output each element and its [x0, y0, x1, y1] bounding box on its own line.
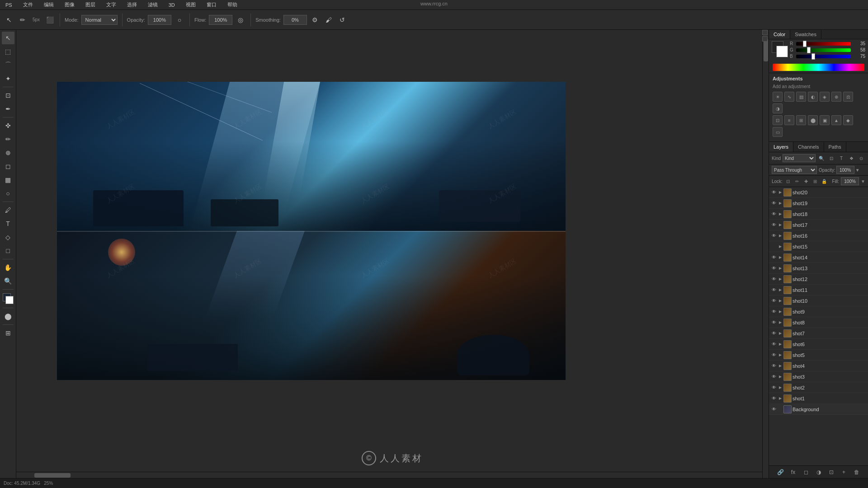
tool-brush-type[interactable]: ⬛: [44, 14, 55, 25]
new-layer-icon[interactable]: +: [840, 468, 849, 477]
menu-window[interactable]: 窗口: [205, 1, 218, 8]
menu-image[interactable]: 图像: [63, 1, 76, 8]
filter-toggle[interactable]: ⊙: [857, 154, 865, 162]
adj-bw[interactable]: ◑: [773, 103, 783, 113]
r-slider[interactable]: [796, 42, 851, 46]
layer-item[interactable]: 👁▶shot2: [769, 382, 868, 393]
layer-visibility-icon[interactable]: 👁: [771, 406, 777, 413]
brush-tool2[interactable]: 🖌: [323, 14, 334, 25]
kind-filter-select[interactable]: Kind: [783, 154, 816, 162]
opacity-field[interactable]: 100%: [836, 166, 854, 174]
layer-visibility-icon[interactable]: 👁: [771, 287, 777, 293]
layer-expand-icon[interactable]: ▶: [778, 330, 783, 337]
layer-item[interactable]: 👁▶shot5: [769, 350, 868, 361]
adj-threshold[interactable]: ▲: [831, 115, 841, 125]
adj-invert[interactable]: ⬤: [808, 115, 818, 125]
b-slider[interactable]: [796, 55, 851, 58]
tool-zoom[interactable]: 🔍: [2, 275, 14, 287]
layer-item[interactable]: 👁▶shot6: [769, 339, 868, 350]
layer-visibility-icon[interactable]: 👁: [771, 341, 777, 347]
link-layers-icon[interactable]: 🔗: [776, 468, 785, 477]
layer-expand-icon[interactable]: ▶: [778, 374, 783, 380]
new-group-icon[interactable]: ⊡: [827, 468, 836, 477]
layer-expand-icon[interactable]: ▶: [778, 287, 783, 293]
tool-marquee[interactable]: ⬚: [2, 45, 14, 58]
menu-file[interactable]: 文件: [21, 1, 35, 8]
layer-expand-icon[interactable]: ▶: [778, 200, 783, 206]
layer-item[interactable]: 👁▶shot7: [769, 328, 868, 339]
layer-expand-icon[interactable]: ▶: [778, 363, 783, 369]
layer-visibility-icon[interactable]: 👁: [771, 211, 777, 217]
layer-expand-icon[interactable]: ▶: [778, 211, 783, 217]
opacity-input[interactable]: 100%: [148, 15, 171, 25]
horizontal-scrollbar[interactable]: [16, 472, 762, 478]
layer-expand-icon[interactable]: ▶: [778, 189, 783, 196]
menu-text[interactable]: 文字: [104, 1, 118, 8]
layer-expand-icon[interactable]: ▶: [778, 276, 783, 282]
tool-screen-mode[interactable]: ⊞: [2, 327, 14, 339]
adj-selectivecolor[interactable]: ◆: [843, 115, 853, 125]
mode-select[interactable]: Normal: [81, 15, 118, 25]
layer-item[interactable]: 👁▶shot14: [769, 252, 868, 263]
tab-channels[interactable]: Channels: [793, 142, 824, 152]
adj-channel-mixer[interactable]: ≡: [784, 115, 794, 125]
tool-eraser[interactable]: ◻: [2, 160, 14, 173]
layer-item[interactable]: 👁▶shot11: [769, 285, 868, 296]
tool-brush-left[interactable]: ✏: [2, 133, 14, 145]
tool-magic-wand[interactable]: ✦: [2, 72, 14, 85]
filter-icon1[interactable]: 🔍: [817, 154, 826, 162]
tool-hand[interactable]: ✋: [2, 261, 14, 274]
tool-pen[interactable]: 🖊: [2, 204, 14, 216]
fill-arrow[interactable]: ▼: [861, 179, 865, 184]
layer-item[interactable]: 👁▶shot19: [769, 198, 868, 209]
layer-item[interactable]: 👁▶shot16: [769, 230, 868, 241]
opacity-arrow[interactable]: ▼: [855, 168, 860, 173]
tool-clone[interactable]: ⊕: [2, 146, 14, 159]
layer-visibility-icon[interactable]: 👁: [771, 374, 777, 380]
layer-expand-icon[interactable]: ▶: [778, 352, 783, 358]
smoothing-input[interactable]: 0%: [283, 15, 307, 25]
filter-icon4[interactable]: ❖: [847, 154, 855, 162]
layer-item[interactable]: 👁▶shot1: [769, 393, 868, 404]
settings-icon[interactable]: ⚙: [310, 14, 321, 25]
adj-colorlookup[interactable]: ⊞: [796, 115, 806, 125]
tool-move[interactable]: ↖: [4, 14, 14, 25]
lock-transparent-icon[interactable]: ⊡: [784, 178, 792, 185]
tab-swatches[interactable]: Swatches: [790, 30, 821, 39]
lock-all-icon[interactable]: 🔒: [821, 178, 828, 185]
tool-move-left[interactable]: ↖: [2, 32, 14, 44]
menu-ps[interactable]: PS: [4, 2, 14, 8]
tool-quick-mask[interactable]: ⬤: [2, 310, 14, 323]
layer-visibility-icon[interactable]: 👁: [771, 233, 777, 239]
layer-visibility-icon[interactable]: 👁: [771, 385, 777, 391]
adjustment-layer-icon[interactable]: ◑: [814, 468, 823, 477]
layer-expand-icon[interactable]: ▶: [778, 309, 783, 315]
layer-visibility-icon[interactable]: 👁: [771, 363, 777, 369]
layer-visibility-icon[interactable]: 👁: [771, 330, 777, 337]
adj-brightness[interactable]: ☀: [773, 92, 783, 102]
layer-item[interactable]: 👁▶shot17: [769, 220, 868, 230]
layer-expand-icon[interactable]: ▶: [778, 233, 783, 239]
filter-icon3[interactable]: T: [837, 154, 845, 162]
menu-select[interactable]: 选择: [125, 1, 139, 8]
lock-artboard-icon[interactable]: ⊞: [811, 178, 819, 185]
layer-visibility-icon[interactable]: 👁: [771, 222, 777, 228]
menu-view[interactable]: 视图: [184, 1, 198, 8]
adj-photofilter[interactable]: ⊡: [773, 115, 783, 125]
layer-style-icon[interactable]: fx: [789, 468, 798, 477]
layer-item[interactable]: ▶shot15: [769, 241, 868, 252]
layer-mask-icon[interactable]: ◻: [802, 468, 811, 477]
layer-expand-icon[interactable]: ▶: [778, 298, 783, 304]
layer-visibility-icon[interactable]: 👁: [771, 298, 777, 304]
tab-layers[interactable]: Layers: [769, 142, 793, 152]
layer-expand-icon[interactable]: ▶: [778, 385, 783, 391]
tool-crop[interactable]: ⊡: [2, 89, 14, 102]
tool-eyedropper[interactable]: ✒: [2, 103, 14, 115]
layers-list[interactable]: 👁▶shot20👁▶shot19👁▶shot18👁▶shot17👁▶shot16…: [769, 187, 868, 465]
layer-expand-icon[interactable]: ▶: [778, 319, 783, 326]
fill-field[interactable]: 100%: [841, 177, 859, 185]
adj-levels[interactable]: ▤: [796, 92, 806, 102]
layer-visibility-icon[interactable]: 👁: [771, 200, 777, 206]
layer-visibility-icon[interactable]: 👁: [771, 319, 777, 326]
tool-gradient[interactable]: ▦: [2, 174, 14, 186]
